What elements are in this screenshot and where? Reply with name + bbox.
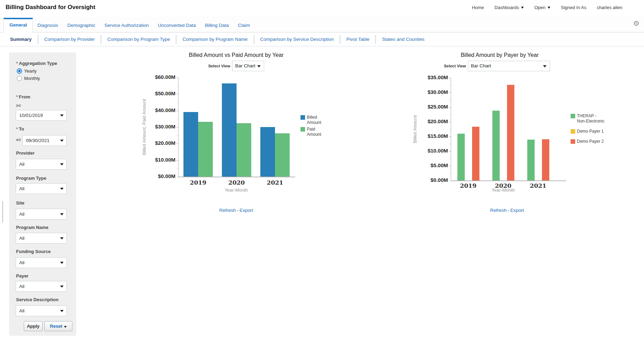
payer-dropdown[interactable]: All (16, 281, 67, 292)
bar-demo-payer-2-2019[interactable] (472, 127, 479, 180)
to-operator: <= (16, 138, 21, 142)
funding-source-dropdown[interactable]: All (16, 257, 67, 268)
legend-label: Paid Amount (307, 127, 326, 137)
subtab-comparison-by-service-description[interactable]: Comparison by Service Description (254, 37, 340, 42)
export-link[interactable]: Export (239, 208, 253, 213)
y-minor-tick-mark (450, 144, 451, 144)
y-tick-label: $0.00M (145, 173, 175, 179)
bar-paid-amount-2021[interactable] (275, 133, 290, 177)
refresh-link[interactable]: Refresh (490, 208, 507, 213)
tab-unconverted-data[interactable]: Unconverted Data (153, 18, 201, 32)
subtab-states-and-counties[interactable]: States and Counties (376, 37, 430, 42)
tab-diagnosis[interactable]: Diagnosis (33, 18, 63, 32)
site-dropdown[interactable]: All (16, 209, 67, 220)
radio-selected-icon (17, 68, 22, 74)
x-tick-label-2020: 2020 (221, 179, 252, 186)
apply-button[interactable]: Apply (24, 321, 43, 331)
subtab-pivot-table[interactable]: Pivot Table (340, 37, 375, 42)
y-minor-tick-mark (450, 129, 451, 129)
tab-billing-data[interactable]: Billing Data (201, 18, 233, 32)
legend-item-billed-amount: Billed Amount (301, 115, 326, 125)
service-description-dropdown[interactable]: All (16, 305, 67, 316)
to-label: *To (16, 126, 24, 132)
tab-claim[interactable]: Claim (233, 18, 255, 32)
bar-therap-non-electronic-2019[interactable] (457, 134, 465, 180)
nav-dashboards[interactable]: Dashboards (494, 5, 524, 10)
y-tick-label: $0.00M (418, 177, 448, 183)
y-minor-tick-mark (177, 86, 178, 86)
x-axis-title: Year-Month (398, 187, 608, 193)
tab-strip: General Diagnosis Demographic Service Au… (3, 18, 254, 32)
tab-demographic[interactable]: Demographic (63, 18, 100, 32)
bar-billed-amount-2021[interactable] (260, 127, 275, 177)
radio-monthly[interactable]: Monthly (17, 76, 40, 81)
y-tick-label: $25.00M (418, 104, 448, 110)
radio-unselected-icon (17, 76, 22, 81)
export-link[interactable]: Export (510, 208, 524, 213)
y-axis-line (178, 77, 179, 177)
y-tick-label: $15.00M (418, 133, 448, 139)
bar-therap-non-electronic-2020[interactable] (492, 111, 500, 180)
legend-swatch-icon (571, 139, 575, 144)
program-type-dropdown[interactable]: All (16, 183, 67, 194)
legend: THERAP - Non-ElectronicDemo Payer 1Demo … (571, 113, 606, 144)
x-tick-label-2021: 2021 (259, 179, 291, 186)
legend-swatch-icon (301, 115, 305, 120)
chart-billed-vs-paid: Billed Amount vs Paid Amount by Year Sel… (122, 51, 360, 222)
reset-button[interactable]: Reset (44, 321, 72, 331)
legend-item-paid-amount: Paid Amount (301, 127, 326, 137)
y-tick-label: $60.00M (145, 74, 175, 80)
gear-icon[interactable]: ⚙ (633, 20, 639, 27)
y-tick-label: $50.00M (145, 90, 175, 96)
y-tick-label: $20.00M (145, 140, 175, 146)
y-minor-tick-mark (450, 100, 451, 100)
y-minor-tick-mark (177, 119, 178, 119)
subtab-comparison-by-program-name[interactable]: Comparison by Program Name (176, 37, 253, 42)
program-name-dropdown[interactable]: All (16, 233, 67, 244)
legend-label: Billed Amount (307, 115, 326, 125)
chevron-down-icon (60, 310, 64, 312)
program-type-label: Program Type (16, 176, 46, 181)
bar-paid-amount-2019[interactable] (198, 122, 213, 177)
bar-billed-amount-2019[interactable] (183, 112, 198, 177)
y-tick-mark (449, 136, 451, 137)
refresh-link[interactable]: Refresh (219, 208, 236, 213)
nav-username[interactable]: charles allen (597, 5, 622, 10)
y-tick-mark (176, 77, 178, 78)
legend-label: THERAP - Non-Electronic (577, 113, 606, 124)
y-minor-tick-mark (177, 102, 178, 103)
chevron-down-icon (60, 163, 64, 165)
radio-yearly[interactable]: Yearly (17, 68, 37, 74)
chart-links: Refresh-Export (402, 208, 612, 213)
chevron-down-icon (60, 188, 64, 190)
nav-home[interactable]: Home (472, 5, 484, 10)
chevron-down-icon (60, 286, 64, 288)
bar-demo-payer-2-2020[interactable] (507, 85, 514, 180)
bar-therap-non-electronic-2021[interactable] (527, 140, 535, 180)
funding-source-label: Funding Source (16, 249, 51, 254)
page-header: Billing Dashboard for Oversight Home Das… (0, 0, 644, 17)
nav-open[interactable]: Open (534, 5, 550, 10)
y-minor-tick-mark (450, 85, 451, 86)
from-operator: >= (16, 103, 21, 108)
y-minor-tick-mark (450, 158, 451, 159)
bar-paid-amount-2020[interactable] (237, 123, 251, 177)
y-tick-mark (449, 107, 451, 108)
x-axis-line (178, 177, 295, 177)
panel-splitter-handle[interactable] (2, 201, 3, 223)
chart-links: Refresh-Export (131, 208, 341, 213)
plot-area: $0.00M$5.00M$10.00M$15.00M$20.00M$25.00M… (370, 51, 622, 222)
subtab-comparison-by-provider[interactable]: Comparison by Provider (38, 37, 101, 42)
to-date-dropdown[interactable]: 09/30/2021 (22, 135, 67, 146)
y-tick-mark (449, 151, 451, 151)
y-tick-label: $40.00M (145, 107, 175, 113)
tab-service-authorization[interactable]: Service Authorization (100, 18, 153, 32)
provider-dropdown[interactable]: All (16, 159, 67, 170)
tab-general[interactable]: General (3, 18, 33, 32)
bar-demo-payer-2-2021[interactable] (542, 139, 549, 180)
subtab-comparison-by-program-type[interactable]: Comparison by Program Type (101, 37, 176, 42)
subtab-summary[interactable]: Summary (4, 37, 38, 42)
bar-billed-amount-2020[interactable] (222, 83, 237, 177)
y-tick-mark (176, 143, 178, 144)
from-date-dropdown[interactable]: 10/01/2019 (16, 110, 67, 121)
